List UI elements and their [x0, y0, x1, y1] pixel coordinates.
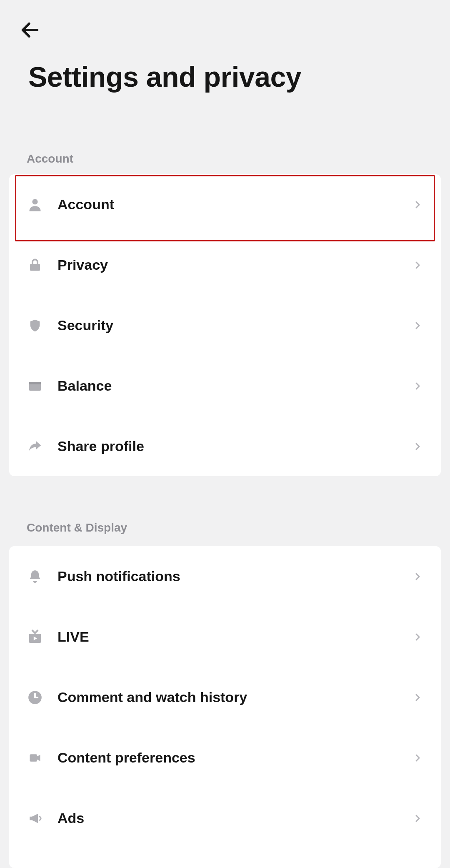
chevron-right-icon	[411, 751, 424, 765]
megaphone-icon	[25, 808, 45, 828]
row-comment-watch-history[interactable]: Comment and watch history	[9, 667, 441, 728]
wallet-icon	[25, 376, 45, 396]
row-label: Push notifications	[58, 568, 411, 585]
row-label: Content preferences	[58, 750, 411, 766]
share-icon	[25, 437, 45, 457]
row-label: Ads	[58, 810, 411, 826]
row-label: Share profile	[58, 438, 411, 454]
row-live[interactable]: LIVE	[9, 607, 441, 667]
row-account[interactable]: Account	[9, 174, 441, 235]
chevron-right-icon	[411, 379, 424, 393]
row-balance[interactable]: Balance	[9, 356, 441, 416]
svg-point-1	[32, 199, 38, 204]
svg-rect-2	[30, 264, 40, 271]
clock-icon	[25, 687, 45, 707]
chevron-right-icon	[411, 258, 424, 272]
svg-rect-4	[29, 382, 41, 384]
chevron-right-icon	[411, 440, 424, 453]
chevron-right-icon	[411, 198, 424, 211]
chevron-right-icon	[411, 812, 424, 825]
account-card: Account Privacy Securit	[9, 174, 441, 476]
row-label: Account	[58, 196, 411, 213]
settings-screen: Settings and privacy Account Account	[0, 0, 450, 868]
row-share-profile[interactable]: Share profile	[9, 416, 441, 477]
row-security[interactable]: Security	[9, 295, 441, 356]
person-icon	[25, 195, 45, 215]
back-button[interactable]	[17, 17, 43, 43]
row-privacy[interactable]: Privacy	[9, 235, 441, 295]
chevron-right-icon	[411, 630, 424, 644]
back-arrow-icon	[19, 19, 41, 41]
row-label: Privacy	[58, 257, 411, 273]
content-display-card: Push notifications LIVE	[9, 546, 441, 868]
tv-icon	[25, 627, 45, 647]
section-header-account: Account	[0, 152, 73, 177]
chevron-right-icon	[411, 691, 424, 704]
section-header-content-display: Content & Display	[0, 521, 127, 546]
chevron-right-icon	[411, 570, 424, 583]
shield-icon	[25, 316, 45, 336]
row-label: Balance	[58, 378, 411, 394]
row-content-preferences[interactable]: Content preferences	[9, 728, 441, 788]
svg-marker-9	[37, 755, 40, 761]
video-icon	[25, 748, 45, 768]
row-label: Comment and watch history	[58, 689, 411, 705]
row-push-notifications[interactable]: Push notifications	[9, 546, 441, 607]
chevron-right-icon	[411, 319, 424, 332]
row-ads[interactable]: Ads	[9, 788, 441, 848]
page-title: Settings and privacy	[28, 60, 301, 93]
bell-icon	[25, 567, 45, 587]
row-label: Security	[58, 317, 411, 334]
lock-icon	[25, 255, 45, 275]
row-label: LIVE	[58, 629, 411, 645]
svg-rect-8	[30, 754, 38, 762]
